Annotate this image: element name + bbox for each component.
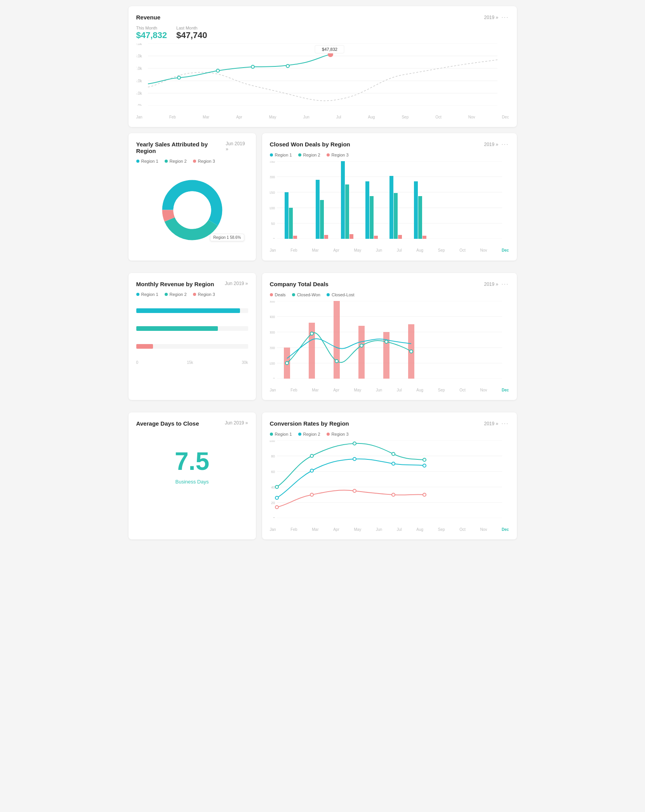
svg-text:45.0k: 45.0k bbox=[136, 91, 142, 96]
company-deals-svg: 500 400 300 200 100 0 bbox=[270, 301, 509, 379]
revenue-values: This Month $47,832 Last Month $47,740 bbox=[136, 26, 509, 40]
conversion-rates-svg: 100 80 60 40 20 0 bbox=[270, 440, 509, 518]
closed-won-year[interactable]: 2019 » bbox=[484, 142, 498, 147]
svg-rect-68 bbox=[358, 326, 365, 379]
svg-text:40: 40 bbox=[271, 485, 275, 489]
dashboard: Revenue 2019 » ··· This Month $47,832 La… bbox=[129, 6, 517, 546]
svg-point-76 bbox=[410, 350, 413, 353]
svg-text:50: 50 bbox=[271, 222, 275, 226]
cd-legend-won: Closed-Won bbox=[292, 292, 320, 297]
svg-text:0: 0 bbox=[273, 516, 275, 518]
cw-jan: Jan bbox=[270, 248, 276, 252]
svg-point-92 bbox=[392, 452, 395, 456]
company-deals-menu[interactable]: ··· bbox=[501, 281, 509, 288]
legend-region3: Region 3 bbox=[193, 159, 215, 163]
svg-rect-35 bbox=[285, 192, 289, 239]
last-month-block: Last Month $47,740 bbox=[176, 26, 207, 40]
revenue-chart: 49.0k 48.0k 47.0k 46.0k 45.0k 44.0k $47, bbox=[136, 43, 509, 113]
cw-may: May bbox=[354, 248, 361, 252]
closed-won-menu[interactable]: ··· bbox=[501, 141, 509, 148]
cw-label-r1: Region 1 bbox=[275, 153, 292, 157]
yearly-sales-card: Yearly Sales Attributed by Region Jun 20… bbox=[129, 133, 256, 261]
svg-text:100: 100 bbox=[270, 440, 275, 443]
monthly-revenue-period[interactable]: Jun 2019 » bbox=[225, 281, 248, 286]
avg-days-title: Average Days to Close bbox=[136, 420, 199, 427]
svg-point-102 bbox=[392, 493, 395, 496]
svg-text:44.0k: 44.0k bbox=[136, 104, 142, 106]
svg-point-14 bbox=[251, 65, 254, 68]
revenue-menu[interactable]: ··· bbox=[501, 14, 509, 21]
mr-label-r3: Region 3 bbox=[198, 292, 215, 297]
yearly-sales-period[interactable]: Jun 2019 » bbox=[226, 141, 248, 152]
row3: Monthly Revenue by Region Jun 2019 » Reg… bbox=[129, 273, 517, 406]
svg-point-97 bbox=[392, 462, 395, 465]
svg-rect-42 bbox=[345, 184, 349, 239]
conversion-rates-year[interactable]: 2019 » bbox=[484, 421, 498, 426]
avg-days-header: Average Days to Close Jun 2019 » bbox=[136, 420, 248, 427]
mr-label-r1: Region 1 bbox=[141, 292, 158, 297]
svg-rect-45 bbox=[370, 196, 374, 239]
revenue-year[interactable]: 2019 » bbox=[484, 15, 498, 20]
cr-legend-r3: Region 3 bbox=[327, 432, 349, 436]
avg-days-period[interactable]: Jun 2019 » bbox=[225, 420, 248, 426]
cd-nov: Nov bbox=[480, 388, 487, 392]
svg-point-22 bbox=[173, 191, 211, 229]
svg-text:400: 400 bbox=[270, 315, 275, 319]
cr-dec: Dec bbox=[502, 527, 509, 532]
svg-point-93 bbox=[423, 458, 426, 461]
svg-rect-47 bbox=[389, 176, 393, 239]
svg-point-90 bbox=[310, 454, 313, 457]
cr-nov: Nov bbox=[480, 527, 487, 532]
svg-rect-52 bbox=[422, 236, 426, 239]
cw-dot-r3 bbox=[327, 153, 330, 156]
x-jun: Jun bbox=[303, 115, 309, 119]
svg-text:100: 100 bbox=[270, 206, 275, 210]
x-aug: Aug bbox=[368, 115, 375, 119]
cd-dot-lost bbox=[327, 293, 330, 296]
svg-point-94 bbox=[275, 496, 278, 499]
avg-days-card: Average Days to Close Jun 2019 » 7.5 Bus… bbox=[129, 412, 256, 539]
cw-legend-r1: Region 1 bbox=[270, 153, 292, 157]
svg-text:500: 500 bbox=[270, 301, 275, 303]
cd-sep: Sep bbox=[438, 388, 445, 392]
svg-rect-40 bbox=[324, 235, 328, 239]
legend-dot-r3 bbox=[193, 160, 196, 163]
x-apr: Apr bbox=[236, 115, 242, 119]
row4: Average Days to Close Jun 2019 » 7.5 Bus… bbox=[129, 412, 517, 546]
svg-rect-38 bbox=[316, 180, 320, 239]
mr-legend-r3: Region 3 bbox=[193, 292, 215, 297]
cr-label-r1: Region 1 bbox=[275, 432, 292, 436]
cr-jul: Jul bbox=[397, 527, 402, 532]
this-month-block: This Month $47,832 bbox=[136, 26, 167, 40]
cd-oct: Oct bbox=[459, 388, 466, 392]
conversion-rates-menu[interactable]: ··· bbox=[501, 420, 509, 427]
cd-jul: Jul bbox=[397, 388, 402, 392]
hbar-15k: 15k bbox=[187, 360, 193, 365]
x-oct: Oct bbox=[435, 115, 442, 119]
donut-tooltip: Region 1 58.6% bbox=[210, 234, 244, 241]
svg-text:60: 60 bbox=[271, 470, 275, 474]
cr-oct: Oct bbox=[459, 527, 466, 532]
legend-region2: Region 2 bbox=[165, 159, 187, 163]
cr-feb: Feb bbox=[290, 527, 297, 532]
yearly-sales-header: Yearly Sales Attributed by Region Jun 20… bbox=[136, 141, 248, 154]
company-deals-year[interactable]: 2019 » bbox=[484, 282, 498, 287]
cw-label-r2: Region 2 bbox=[303, 153, 320, 157]
company-deals-title: Company Total Deals bbox=[270, 281, 329, 287]
cw-legend-r3: Region 3 bbox=[327, 153, 349, 157]
svg-text:47.0k: 47.0k bbox=[136, 66, 142, 71]
hbar-row-r1 bbox=[136, 308, 248, 313]
cr-dot-r2 bbox=[298, 433, 301, 436]
legend-label-r3: Region 3 bbox=[198, 159, 215, 163]
mr-label-r2: Region 2 bbox=[170, 292, 187, 297]
closed-won-card: Closed Won Deals by Region 2019 » ··· Re… bbox=[262, 133, 517, 261]
mr-legend-r2: Region 2 bbox=[165, 292, 187, 297]
conversion-rates-header: Conversion Rates by Region 2019 » ··· bbox=[270, 420, 509, 427]
revenue-title: Revenue bbox=[136, 14, 161, 21]
svg-point-98 bbox=[423, 464, 426, 467]
hbar-track-r2 bbox=[136, 326, 248, 331]
conversion-rates-card: Conversion Rates by Region 2019 » ··· Re… bbox=[262, 412, 517, 539]
mr-dot-r3 bbox=[193, 293, 196, 296]
x-may: May bbox=[269, 115, 276, 119]
svg-point-100 bbox=[310, 493, 313, 496]
